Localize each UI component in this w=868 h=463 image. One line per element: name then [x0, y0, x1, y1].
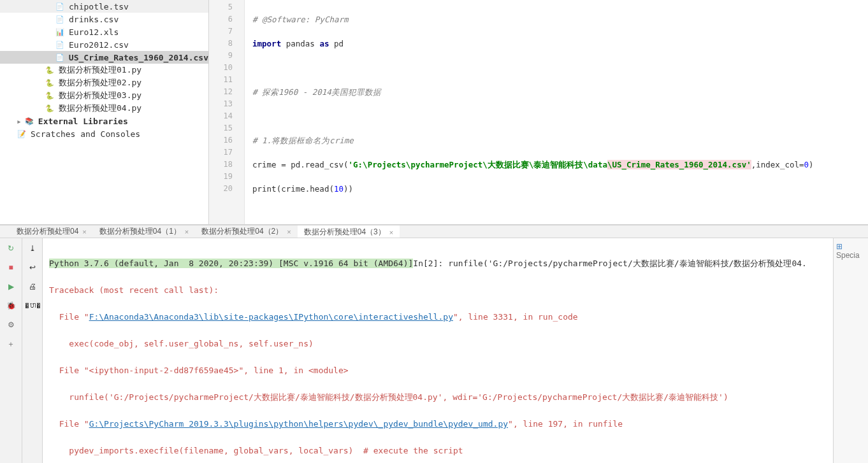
tree-file-item[interactable]: 🐍数据分析预处理04.py — [0, 102, 208, 115]
print-button[interactable]: 🖨 — [25, 280, 40, 294]
rerun-button[interactable]: ↻ — [4, 241, 18, 255]
project-tree[interactable]: 📄chipotle.tsv📄drinks.csv📊Euro12.xls📄Euro… — [0, 0, 209, 224]
file-label: Euro2012.csv — [69, 40, 129, 50]
tree-file-item[interactable]: 📄US_Crime_Rates_1960_2014.csv — [0, 51, 208, 64]
file-label: drinks.csv — [69, 15, 119, 24]
database-icon: ⊞ — [836, 242, 843, 251]
file-icon: 🐍 — [45, 65, 55, 75]
link-button[interactable]: �ហ� — [25, 299, 40, 313]
run-tab[interactable]: 数据分析预处理04（3）× — [298, 225, 400, 238]
settings-button[interactable]: ⚙ — [4, 318, 18, 332]
soft-wrap-button[interactable]: ↩ — [25, 260, 40, 274]
debug-button[interactable]: 🐞 — [4, 299, 18, 313]
scroll-end-button[interactable]: ⤓ — [25, 241, 40, 255]
close-icon[interactable]: × — [389, 229, 393, 236]
file-icon: 📊 — [55, 27, 65, 37]
chevron-right-icon: ▸ — [17, 117, 22, 126]
tab-label: 数据分析预处理04（1） — [99, 226, 181, 237]
code-line: # @Software: PyCharm — [252, 15, 349, 24]
run-toolbar: ↻ ■ ▶ 🐞 ⚙ ＋ — [0, 238, 22, 463]
scratch-icon: 📝 — [17, 129, 27, 139]
tree-file-item[interactable]: 📄chipotle.tsv — [0, 0, 208, 13]
tab-label: 数据分析预处理04（2） — [201, 226, 283, 237]
tree-file-item[interactable]: 📊Euro12.xls — [0, 25, 208, 38]
traceback-link[interactable]: F:\Anaconda3\Anaconda3\lib\site-packages… — [89, 312, 453, 322]
file-icon: 🐍 — [45, 78, 55, 88]
close-icon[interactable]: × — [287, 228, 291, 236]
close-icon[interactable]: × — [82, 228, 86, 236]
file-label: 数据分析预处理02.py — [59, 77, 141, 89]
tree-file-item[interactable]: 📄Euro2012.csv — [0, 38, 208, 51]
traceback-link[interactable]: G:\Projects\PyCharm 2019.3.3\plugins\pyt… — [89, 419, 508, 429]
file-label: US_Crime_Rates_1960_2014.csv — [69, 53, 208, 62]
file-icon: 🐍 — [45, 103, 55, 113]
external-libraries-node[interactable]: ▸ 📚 External Libraries — [0, 115, 208, 127]
console-output[interactable]: Python 3.7.6 (default, Jan 8 2020, 20:23… — [43, 238, 833, 463]
close-icon[interactable]: × — [185, 228, 189, 236]
run-tabs-bar: 数据分析预处理04×数据分析预处理04（1）×数据分析预处理04（2）×数据分析… — [0, 225, 868, 238]
file-icon: 📄 — [55, 39, 65, 50]
run-tab[interactable]: 数据分析预处理04（2）× — [195, 225, 297, 238]
tab-label: 数据分析预处理04 — [17, 226, 78, 237]
tree-file-item[interactable]: 🐍数据分析预处理01.py — [0, 64, 208, 76]
tree-file-item[interactable]: 🐍数据分析预处理02.py — [0, 76, 208, 89]
library-icon: 📚 — [24, 116, 34, 126]
code-area[interactable]: # @Software: PyCharm import pandas as pd… — [245, 0, 868, 224]
file-label: 数据分析预处理03.py — [59, 90, 141, 101]
run-button[interactable]: ▶ — [4, 280, 18, 294]
line-gutter: 567891011121314151617181920 — [209, 0, 245, 224]
tree-file-item[interactable]: 🐍数据分析预处理03.py — [0, 89, 208, 102]
file-label: 数据分析预处理04.py — [59, 103, 141, 114]
code-editor[interactable]: 567891011121314151617181920 # @Software:… — [209, 0, 868, 224]
add-button[interactable]: ＋ — [4, 337, 18, 351]
right-tool-strip[interactable]: ⊞ Specia — [833, 238, 868, 463]
external-libraries-label: External Libraries — [38, 117, 128, 126]
scratches-label: Scratches and Consoles — [31, 129, 140, 139]
console-toolbar: ⤓ ↩ 🖨 �ហ� — [22, 238, 43, 463]
file-icon: 📄 — [55, 14, 65, 24]
run-tab[interactable]: 数据分析预处理04（1）× — [93, 225, 195, 238]
tree-file-item[interactable]: 📄drinks.csv — [0, 13, 208, 25]
file-label: chipotle.tsv — [69, 2, 129, 11]
file-icon: 📄 — [55, 52, 65, 62]
run-tab[interactable]: 数据分析预处理04× — [10, 225, 93, 238]
stop-button[interactable]: ■ — [4, 260, 18, 274]
file-icon: 📄 — [55, 1, 65, 11]
file-icon: 🐍 — [45, 90, 55, 101]
file-label: 数据分析预处理01.py — [59, 64, 141, 76]
file-label: Euro12.xls — [69, 27, 119, 37]
scratches-node[interactable]: 📝 Scratches and Consoles — [0, 127, 208, 140]
tab-label: 数据分析预处理04（3） — [304, 227, 386, 238]
